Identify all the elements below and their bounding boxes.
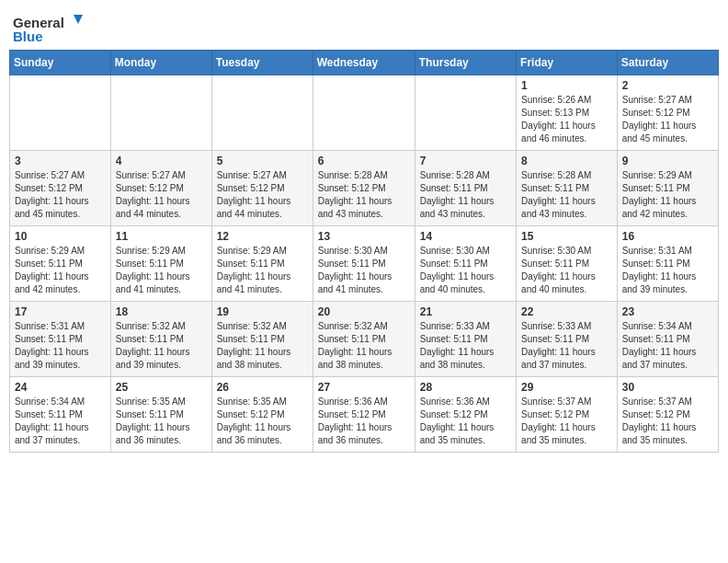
calendar-day-cell: 8Sunrise: 5:28 AM Sunset: 5:11 PM Daylig… — [517, 151, 618, 226]
day-number: 2 — [622, 79, 713, 92]
day-info: Sunrise: 5:26 AM Sunset: 5:13 PM Dayligh… — [521, 94, 612, 145]
day-info: Sunrise: 5:28 AM Sunset: 5:11 PM Dayligh… — [521, 169, 612, 221]
day-info: Sunrise: 5:29 AM Sunset: 5:11 PM Dayligh… — [622, 169, 713, 221]
calendar-day-cell: 4Sunrise: 5:27 AM Sunset: 5:12 PM Daylig… — [110, 151, 211, 226]
calendar-day-cell: 22Sunrise: 5:33 AM Sunset: 5:11 PM Dayli… — [517, 302, 618, 377]
calendar-day-cell: 23Sunrise: 5:34 AM Sunset: 5:11 PM Dayli… — [617, 302, 718, 377]
calendar-day-cell: 21Sunrise: 5:33 AM Sunset: 5:11 PM Dayli… — [415, 302, 516, 377]
day-number: 30 — [622, 381, 713, 394]
calendar-day-header: Wednesday — [313, 51, 415, 75]
calendar-day-cell: 7Sunrise: 5:28 AM Sunset: 5:11 PM Daylig… — [415, 151, 516, 226]
calendar-day-cell: 12Sunrise: 5:29 AM Sunset: 5:11 PM Dayli… — [211, 226, 313, 302]
svg-marker-0 — [74, 15, 83, 24]
calendar-day-cell: 17Sunrise: 5:31 AM Sunset: 5:11 PM Dayli… — [10, 302, 111, 377]
calendar-day-header: Friday — [517, 51, 618, 75]
day-number: 8 — [521, 155, 612, 167]
calendar-day-cell: 18Sunrise: 5:32 AM Sunset: 5:11 PM Dayli… — [110, 302, 211, 377]
day-info: Sunrise: 5:31 AM Sunset: 5:11 PM Dayligh… — [622, 245, 713, 296]
day-info: Sunrise: 5:35 AM Sunset: 5:11 PM Dayligh… — [116, 396, 207, 447]
day-info: Sunrise: 5:29 AM Sunset: 5:11 PM Dayligh… — [217, 245, 308, 296]
day-number: 12 — [217, 230, 308, 243]
day-number: 25 — [116, 381, 207, 394]
calendar-day-cell: 9Sunrise: 5:29 AM Sunset: 5:11 PM Daylig… — [617, 151, 718, 226]
logo-chevron-icon — [66, 13, 85, 31]
day-number: 26 — [217, 381, 308, 394]
day-info: Sunrise: 5:29 AM Sunset: 5:11 PM Dayligh… — [116, 245, 207, 296]
day-number: 16 — [622, 230, 713, 243]
day-info: Sunrise: 5:29 AM Sunset: 5:11 PM Dayligh… — [15, 245, 106, 296]
calendar-day-cell: 19Sunrise: 5:32 AM Sunset: 5:11 PM Dayli… — [211, 302, 313, 377]
calendar-day-cell: 13Sunrise: 5:30 AM Sunset: 5:11 PM Dayli… — [313, 226, 415, 302]
calendar-day-cell — [415, 75, 516, 151]
day-number: 24 — [15, 381, 106, 394]
day-number: 7 — [420, 155, 511, 167]
day-number: 27 — [318, 381, 410, 394]
calendar-day-cell: 30Sunrise: 5:37 AM Sunset: 5:12 PM Dayli… — [617, 377, 718, 453]
calendar-day-cell: 25Sunrise: 5:35 AM Sunset: 5:11 PM Dayli… — [110, 377, 211, 453]
day-info: Sunrise: 5:34 AM Sunset: 5:11 PM Dayligh… — [622, 320, 713, 372]
calendar-day-cell: 26Sunrise: 5:35 AM Sunset: 5:12 PM Dayli… — [211, 377, 313, 453]
calendar-day-cell: 16Sunrise: 5:31 AM Sunset: 5:11 PM Dayli… — [617, 226, 718, 302]
day-info: Sunrise: 5:30 AM Sunset: 5:11 PM Dayligh… — [318, 245, 410, 296]
calendar-table: SundayMondayTuesdayWednesdayThursdayFrid… — [9, 50, 719, 453]
calendar-day-cell: 6Sunrise: 5:28 AM Sunset: 5:12 PM Daylig… — [313, 151, 415, 226]
calendar-day-cell: 28Sunrise: 5:36 AM Sunset: 5:12 PM Dayli… — [415, 377, 516, 453]
calendar-day-cell: 14Sunrise: 5:30 AM Sunset: 5:11 PM Dayli… — [415, 226, 516, 302]
calendar-day-cell: 2Sunrise: 5:27 AM Sunset: 5:12 PM Daylig… — [617, 75, 718, 151]
calendar-week-row: 10Sunrise: 5:29 AM Sunset: 5:11 PM Dayli… — [10, 226, 719, 302]
day-number: 17 — [15, 305, 106, 318]
page-header: General Blue — [9, 9, 719, 44]
day-info: Sunrise: 5:36 AM Sunset: 5:12 PM Dayligh… — [318, 396, 410, 447]
day-info: Sunrise: 5:27 AM Sunset: 5:12 PM Dayligh… — [15, 169, 106, 221]
day-number: 23 — [622, 305, 713, 318]
day-info: Sunrise: 5:32 AM Sunset: 5:11 PM Dayligh… — [318, 320, 410, 372]
calendar-day-cell: 10Sunrise: 5:29 AM Sunset: 5:11 PM Dayli… — [10, 226, 111, 302]
day-info: Sunrise: 5:30 AM Sunset: 5:11 PM Dayligh… — [420, 245, 511, 296]
day-info: Sunrise: 5:30 AM Sunset: 5:11 PM Dayligh… — [521, 245, 612, 296]
day-info: Sunrise: 5:32 AM Sunset: 5:11 PM Dayligh… — [217, 320, 308, 372]
day-info: Sunrise: 5:32 AM Sunset: 5:11 PM Dayligh… — [116, 320, 207, 372]
calendar-week-row: 3Sunrise: 5:27 AM Sunset: 5:12 PM Daylig… — [10, 151, 719, 226]
day-number: 18 — [116, 305, 207, 318]
calendar-day-cell: 11Sunrise: 5:29 AM Sunset: 5:11 PM Dayli… — [110, 226, 211, 302]
day-number: 13 — [318, 230, 410, 243]
day-number: 14 — [420, 230, 511, 243]
calendar-day-header: Sunday — [10, 51, 111, 75]
day-number: 10 — [15, 230, 106, 243]
calendar-day-cell: 20Sunrise: 5:32 AM Sunset: 5:11 PM Dayli… — [313, 302, 415, 377]
day-number: 6 — [318, 155, 410, 167]
calendar-day-cell — [10, 75, 111, 151]
calendar-week-row: 24Sunrise: 5:34 AM Sunset: 5:11 PM Dayli… — [10, 377, 719, 453]
day-info: Sunrise: 5:37 AM Sunset: 5:12 PM Dayligh… — [521, 396, 612, 447]
calendar-day-cell: 1Sunrise: 5:26 AM Sunset: 5:13 PM Daylig… — [517, 75, 618, 151]
calendar-day-cell — [313, 75, 415, 151]
day-info: Sunrise: 5:27 AM Sunset: 5:12 PM Dayligh… — [217, 169, 308, 221]
day-info: Sunrise: 5:27 AM Sunset: 5:12 PM Dayligh… — [622, 94, 713, 145]
day-number: 5 — [217, 155, 308, 167]
calendar-week-row: 17Sunrise: 5:31 AM Sunset: 5:11 PM Dayli… — [10, 302, 719, 377]
day-number: 28 — [420, 381, 511, 394]
day-info: Sunrise: 5:36 AM Sunset: 5:12 PM Dayligh… — [420, 396, 511, 447]
calendar-day-cell: 3Sunrise: 5:27 AM Sunset: 5:12 PM Daylig… — [10, 151, 111, 226]
calendar-day-cell: 5Sunrise: 5:27 AM Sunset: 5:12 PM Daylig… — [211, 151, 313, 226]
day-info: Sunrise: 5:31 AM Sunset: 5:11 PM Dayligh… — [15, 320, 106, 372]
calendar-day-cell — [110, 75, 211, 151]
calendar-day-header: Thursday — [415, 51, 516, 75]
calendar-day-header: Saturday — [617, 51, 718, 75]
day-info: Sunrise: 5:33 AM Sunset: 5:11 PM Dayligh… — [521, 320, 612, 372]
day-number: 9 — [622, 155, 713, 167]
day-info: Sunrise: 5:28 AM Sunset: 5:12 PM Dayligh… — [318, 169, 410, 221]
day-info: Sunrise: 5:37 AM Sunset: 5:12 PM Dayligh… — [622, 396, 713, 447]
day-number: 11 — [116, 230, 207, 243]
calendar-day-cell: 15Sunrise: 5:30 AM Sunset: 5:11 PM Dayli… — [517, 226, 618, 302]
day-info: Sunrise: 5:33 AM Sunset: 5:11 PM Dayligh… — [420, 320, 511, 372]
day-number: 21 — [420, 305, 511, 318]
day-number: 1 — [521, 79, 612, 92]
day-number: 4 — [116, 155, 207, 167]
calendar-header-row: SundayMondayTuesdayWednesdayThursdayFrid… — [10, 51, 719, 75]
calendar-week-row: 1Sunrise: 5:26 AM Sunset: 5:13 PM Daylig… — [10, 75, 719, 151]
calendar-day-cell: 27Sunrise: 5:36 AM Sunset: 5:12 PM Dayli… — [313, 377, 415, 453]
day-number: 29 — [521, 381, 612, 394]
calendar-day-cell: 29Sunrise: 5:37 AM Sunset: 5:12 PM Dayli… — [517, 377, 618, 453]
day-number: 22 — [521, 305, 612, 318]
